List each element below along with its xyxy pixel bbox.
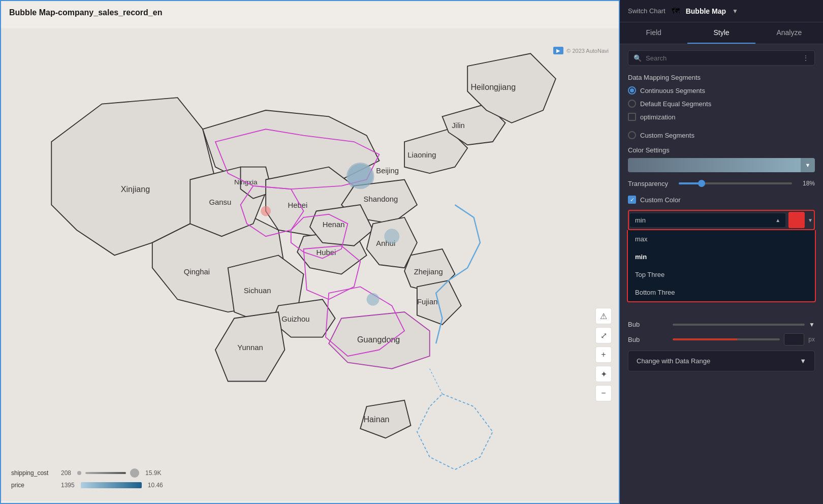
warning-btn[interactable]: ⚠ xyxy=(595,308,612,324)
legend-price: price 1395 10.46 xyxy=(11,482,163,489)
svg-text:Hebei: Hebei xyxy=(288,201,308,209)
dropdown-item-top-three[interactable]: Top Three xyxy=(628,266,815,284)
svg-text:Heilongjiang: Heilongjiang xyxy=(470,82,516,91)
slider-track xyxy=(679,182,792,184)
bubble-min-slider[interactable] xyxy=(673,338,780,340)
svg-point-25 xyxy=(367,293,379,306)
svg-text:Sichuan: Sichuan xyxy=(244,287,271,295)
svg-point-23 xyxy=(347,164,373,189)
svg-text:Beijing: Beijing xyxy=(376,167,399,175)
radio-circle-custom xyxy=(628,131,636,139)
svg-text:Jilin: Jilin xyxy=(452,121,465,130)
svg-text:Qinghai: Qinghai xyxy=(184,268,210,276)
china-map-svg: Xinjiang Qinghai Gansu Ningxia Hebei Bei… xyxy=(1,26,619,503)
svg-text:Zhejiang: Zhejiang xyxy=(414,268,443,276)
svg-text:Hainan: Hainan xyxy=(363,415,389,424)
zoom-in-btn[interactable]: + xyxy=(595,346,612,363)
map-area: Xinjiang Qinghai Gansu Ningxia Hebei Bei… xyxy=(1,26,619,503)
transparency-row: Transparency 18% xyxy=(628,178,815,188)
bubble-min-label: Bub xyxy=(628,336,669,343)
chart-type-chevron[interactable]: ▼ xyxy=(732,8,738,15)
custom-color-label: Custom Color xyxy=(640,196,680,204)
transparency-label: Transparency xyxy=(628,180,674,187)
change-data-range-label: Change with Data Range xyxy=(637,357,710,365)
search-menu-icon[interactable]: ⋮ xyxy=(802,54,809,62)
bubble-size-slider[interactable] xyxy=(673,324,805,326)
tab-analyze[interactable]: Analyze xyxy=(755,22,823,44)
bubble-px-input[interactable]: 5 xyxy=(784,333,804,345)
dropdown-chevron: ▲ xyxy=(775,217,780,223)
color-swatch-dropdown-chevron[interactable]: ▼ xyxy=(808,217,813,223)
slider-thumb[interactable] xyxy=(698,180,705,187)
search-input[interactable] xyxy=(646,54,798,62)
custom-color-checkbox[interactable]: ✓ xyxy=(628,196,636,204)
radio-group: Continuous Segments Default Equal Segmen… xyxy=(628,86,815,139)
dropdown-selected-value: min xyxy=(635,216,646,224)
autonavi-logo: ▶ xyxy=(553,47,563,54)
change-data-range-btn[interactable]: Change with Data Range ▼ xyxy=(628,351,815,371)
legend-price-max: 10.46 xyxy=(148,482,163,489)
search-icon: 🔍 xyxy=(634,54,642,62)
color-mapping-row: min ▲ ▼ xyxy=(628,210,815,230)
legend-shipping-label: shipping_cost xyxy=(11,469,57,477)
svg-text:Xinjiang: Xinjiang xyxy=(121,184,150,194)
svg-text:Shandong: Shandong xyxy=(363,195,398,203)
radio-default-equal[interactable]: Default Equal Segments xyxy=(628,100,815,108)
check-icon: ✓ xyxy=(630,197,635,203)
radio-circle-continuous xyxy=(628,86,636,94)
custom-color-row: ✓ Custom Color xyxy=(628,196,815,204)
bubble-min-row: Bub 5 px xyxy=(628,333,815,345)
svg-text:Gansu: Gansu xyxy=(209,198,231,206)
bubble-size-row: Bub ▼ xyxy=(628,321,815,328)
radio-custom[interactable]: Custom Segments xyxy=(628,131,815,139)
dropdown-item-max[interactable]: max xyxy=(628,230,815,248)
min-max-dropdown[interactable]: min ▲ xyxy=(630,213,785,227)
dropdown-item-bottom-three[interactable]: Bottom Three xyxy=(628,284,815,301)
svg-text:Guizhou: Guizhou xyxy=(281,315,309,323)
panel-header: Switch Chart 🗺 Bubble Map ▼ xyxy=(620,0,823,22)
radio-custom-label: Custom Segments xyxy=(640,132,694,139)
radio-continuous[interactable]: Continuous Segments xyxy=(628,86,815,94)
color-swatch-red[interactable] xyxy=(788,212,805,228)
shipping-gradient xyxy=(85,472,126,474)
legend-dot-large xyxy=(130,468,139,478)
gradient-dropdown-btn[interactable]: ▼ xyxy=(801,158,815,172)
color-mapping-container: min ▲ ▼ max min Top Three Bottom Three xyxy=(628,210,815,230)
legend-dot-small xyxy=(77,471,81,475)
legend-shipping: shipping_cost 208 15.9K xyxy=(11,468,163,478)
expand-btn[interactable]: ⤢ xyxy=(595,327,612,343)
switch-chart-label: Switch Chart xyxy=(628,7,666,15)
dropdown-item-min[interactable]: min xyxy=(628,248,815,266)
search-bar: 🔍 ⋮ xyxy=(628,50,815,66)
svg-point-22 xyxy=(261,206,271,216)
svg-point-24 xyxy=(384,229,399,244)
map-copyright: ▶ © 2023 AutoNavi xyxy=(553,47,609,54)
panel-tabs: Field Style Analyze xyxy=(620,22,823,44)
zoom-out-btn[interactable]: − xyxy=(595,385,612,401)
change-data-range-chevron: ▼ xyxy=(800,357,806,365)
radio-inner-continuous xyxy=(630,88,634,92)
dropdown-overlay: max min Top Three Bottom Three xyxy=(627,230,816,302)
bubble-size-label: Bub xyxy=(628,321,669,328)
legend-shipping-max: 15.9K xyxy=(145,469,161,477)
legend-gradient-bar xyxy=(81,482,142,488)
transparency-slider[interactable] xyxy=(679,178,792,188)
compass-btn[interactable]: ✦ xyxy=(595,366,612,382)
legend-price-label: price xyxy=(11,482,57,489)
checkbox-optimization[interactable]: optimization xyxy=(628,113,815,121)
tab-field[interactable]: Field xyxy=(620,22,687,44)
svg-text:Yunnan: Yunnan xyxy=(237,343,263,352)
map-container: Bubble Map-company_sales_record_en ▶ © 2… xyxy=(0,0,620,504)
data-mapping-label: Data Mapping Segments xyxy=(628,74,815,81)
map-legend: shipping_cost 208 15.9K price 1395 10.46 xyxy=(11,468,163,493)
radio-circle-default xyxy=(628,100,636,108)
map-controls: ⚠ ⤢ + ✦ − xyxy=(595,308,612,401)
tab-style[interactable]: Style xyxy=(687,22,755,44)
radio-default-label: Default Equal Segments xyxy=(640,100,711,108)
svg-text:Fujian: Fujian xyxy=(417,298,438,306)
color-settings-label: Color Settings xyxy=(628,146,815,154)
chart-type-name: Bubble Map xyxy=(686,7,726,15)
bubble-px-dropdown[interactable]: ▼ xyxy=(809,321,815,328)
radio-continuous-label: Continuous Segments xyxy=(640,87,705,94)
panel-content: 🔍 ⋮ Data Mapping Segments Continuous Seg… xyxy=(620,44,823,504)
